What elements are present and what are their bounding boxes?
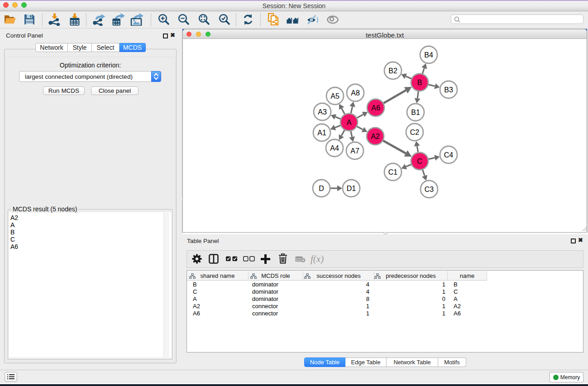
svg-text:A4: A4 xyxy=(330,144,339,152)
svg-text:A6: A6 xyxy=(371,104,380,112)
svg-text:D1: D1 xyxy=(347,185,356,192)
svg-text:A7: A7 xyxy=(350,147,359,155)
svg-text:D: D xyxy=(319,185,324,192)
svg-text:A2: A2 xyxy=(371,133,380,140)
svg-text:C1: C1 xyxy=(388,168,398,176)
svg-text:A1: A1 xyxy=(317,129,326,137)
svg-text:B2: B2 xyxy=(388,67,397,75)
svg-text:C2: C2 xyxy=(410,129,420,136)
svg-text:A8: A8 xyxy=(351,89,360,97)
svg-text:B4: B4 xyxy=(424,51,433,59)
svg-text:B: B xyxy=(417,79,422,86)
svg-text:C: C xyxy=(417,157,422,165)
svg-text:B3: B3 xyxy=(444,86,453,94)
svg-text:B1: B1 xyxy=(411,109,420,116)
svg-text:A5: A5 xyxy=(330,92,339,100)
svg-text:A: A xyxy=(347,119,352,126)
svg-text:A3: A3 xyxy=(318,108,327,116)
svg-text:C3: C3 xyxy=(425,186,434,193)
svg-text:C4: C4 xyxy=(444,151,454,159)
